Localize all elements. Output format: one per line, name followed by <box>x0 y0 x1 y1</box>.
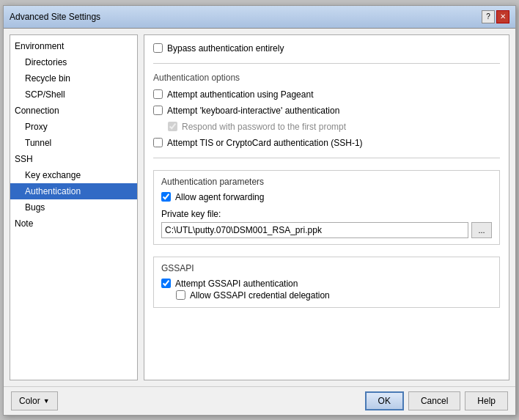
titlebar-buttons: ? ✕ <box>482 10 509 23</box>
attempt-tis-label: Attempt TIS or CryptoCard authentication… <box>167 138 363 148</box>
attempt-keyboard-checkbox[interactable] <box>153 106 163 115</box>
help-button[interactable]: Help <box>465 391 508 410</box>
sidebar-item-environment[interactable]: Environment <box>10 38 137 54</box>
bypass-auth-row: Bypass authentication entirely <box>153 43 500 54</box>
bypass-auth-label: Bypass authentication entirely <box>167 43 284 54</box>
titlebar: Advanced Site Settings ? ✕ <box>4 6 515 29</box>
respond-password-checkbox[interactable] <box>168 122 177 131</box>
help-titlebar-button[interactable]: ? <box>482 10 495 23</box>
color-btn-group: Color ▼ <box>11 391 58 410</box>
private-key-section: Private key file: ... <box>161 209 492 238</box>
private-key-input[interactable] <box>161 222 468 238</box>
sidebar-item-note[interactable]: Note <box>10 215 137 232</box>
attempt-gssapi-label: Attempt GSSAPI authentication <box>175 279 298 289</box>
attempt-gssapi-checkbox[interactable] <box>161 279 171 288</box>
sidebar-item-connection[interactable]: Connection <box>10 103 137 119</box>
footer: Color ▼ OK Cancel Help <box>4 386 515 415</box>
allow-forwarding-row: Allow agent forwarding <box>161 191 492 203</box>
sidebar-item-ssh[interactable]: SSH <box>10 151 137 167</box>
auth-params-section: Authentication parameters Allow agent fo… <box>153 170 500 245</box>
main-panel: Bypass authentication entirely Authentic… <box>144 34 509 380</box>
sidebar-item-bugs[interactable]: Bugs <box>10 199 137 215</box>
attempt-keyboard-label: Attempt 'keyboard-interactive' authentic… <box>167 106 339 116</box>
allow-delegation-row: Allow GSSAPI credential delegation <box>161 290 492 301</box>
allow-forwarding-label: Allow agent forwarding <box>175 192 264 202</box>
attempt-pageant-label: Attempt authentication using Pageant <box>167 89 313 100</box>
sidebar-item-recycle-bin[interactable]: Recycle bin <box>10 70 137 86</box>
divider-2 <box>153 158 500 158</box>
attempt-pageant-row: Attempt authentication using Pageant <box>153 89 500 100</box>
window-title: Advanced Site Settings <box>10 12 100 22</box>
bypass-auth-checkbox[interactable] <box>153 43 163 53</box>
content-area: Environment Directories Recycle bin SCP/… <box>4 29 515 386</box>
divider-1 <box>153 63 500 64</box>
attempt-tis-checkbox[interactable] <box>153 138 163 147</box>
ok-button[interactable]: OK <box>365 391 404 410</box>
respond-password-label: Respond with password to the first promp… <box>182 122 346 132</box>
allow-forwarding-checkbox[interactable] <box>161 192 171 202</box>
attempt-keyboard-row: Attempt 'keyboard-interactive' authentic… <box>153 105 500 117</box>
sidebar-item-key-exchange[interactable]: Key exchange <box>10 167 137 183</box>
sidebar-item-scp-shell[interactable]: SCP/Shell <box>10 86 137 103</box>
auth-options-section: Authentication options Attempt authentic… <box>153 73 500 149</box>
cancel-button[interactable]: Cancel <box>408 391 460 410</box>
respond-password-row: Respond with password to the first promp… <box>153 121 500 133</box>
sidebar-item-authentication[interactable]: Authentication <box>10 183 137 199</box>
auth-params-title: Authentication parameters <box>161 177 492 187</box>
close-button[interactable]: ✕ <box>496 10 509 23</box>
gssapi-section: GSSAPI Attempt GSSAPI authentication All… <box>153 257 500 308</box>
sidebar-item-tunnel[interactable]: Tunnel <box>10 135 137 151</box>
color-button[interactable]: Color ▼ <box>11 391 58 410</box>
allow-delegation-label: Allow GSSAPI credential delegation <box>190 290 330 301</box>
color-label: Color <box>19 396 40 406</box>
sidebar-item-proxy[interactable]: Proxy <box>10 119 137 135</box>
attempt-gssapi-row: Attempt GSSAPI authentication <box>161 278 492 290</box>
allow-delegation-checkbox[interactable] <box>176 290 185 300</box>
footer-buttons: OK Cancel Help <box>365 391 508 410</box>
sidebar: Environment Directories Recycle bin SCP/… <box>10 34 138 380</box>
gssapi-title: GSSAPI <box>161 263 492 273</box>
attempt-tis-row: Attempt TIS or CryptoCard authentication… <box>153 137 500 149</box>
file-input-row: ... <box>161 222 492 238</box>
auth-options-title: Authentication options <box>153 73 500 83</box>
window: Advanced Site Settings ? ✕ Environment D… <box>3 5 516 416</box>
private-key-label: Private key file: <box>161 209 492 219</box>
attempt-pageant-checkbox[interactable] <box>153 89 163 99</box>
browse-button[interactable]: ... <box>471 222 492 238</box>
sidebar-item-directories[interactable]: Directories <box>10 54 137 70</box>
color-dropdown-icon: ▼ <box>43 397 50 405</box>
